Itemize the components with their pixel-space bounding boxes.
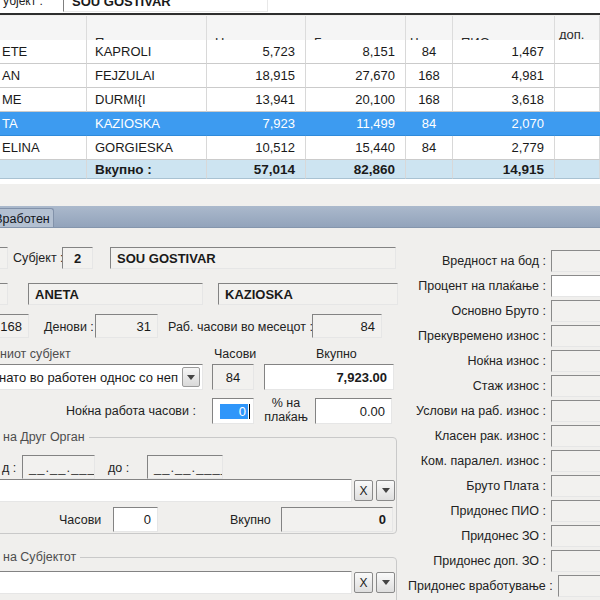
amount-row: Придонес ЗО : [408,525,600,547]
subject-name-field: SOU GOSTIVAR [110,247,396,269]
amount-field [551,450,600,472]
amount-field [551,375,600,397]
night-hours-input[interactable]: 0 [212,398,254,424]
hours-col-label: Часови [214,347,256,361]
subject-group-label: ниот субјект [0,347,71,361]
amount-row: Придонес доп. ЗО : [408,550,600,572]
total-pio: 14,915 [453,160,555,179]
date-from-input[interactable]: __.__.____ [22,455,95,479]
total-label: Вкупно : [87,160,207,179]
other-hours-label: Часови [59,513,101,527]
subject-header-value: SOU GOSTIVAR [63,0,268,12]
amount-field [551,250,600,272]
amounts-panel: Вредност на бод : Процент на плаќање : О… [408,250,600,597]
amount-field [551,475,600,497]
other-organ-title: на Друг Орган [0,430,89,444]
amount-field [551,425,600,447]
amount-row: Прекувремено износ : [408,325,600,347]
other-total-field: 0 [281,507,393,532]
amount-row: Основно Бруто : [408,300,600,322]
text-cursor [249,404,250,419]
total-col-label: Вкупно [316,347,357,361]
amount-row: Стаж износ : [408,375,600,397]
divider-line [0,13,600,15]
work-hours-field: 84 [212,364,254,390]
other-total-label: Вкупно [230,513,271,527]
last-name-field: KAZIOSKA [218,283,398,305]
employment-type-dropdown[interactable]: нато во работен однос со неп [0,364,203,390]
chevron-down-icon[interactable] [376,480,395,501]
amount-row: Процент на плаќање : [408,275,600,297]
night-pct-label: % наплаќањ [262,396,310,424]
amount-row: Услови на раб. износ : [408,400,600,422]
amount-field [551,525,600,547]
month-hours-label: Раб. часови во месецот : [168,320,313,334]
tab-employee[interactable]: Вработен [0,208,54,227]
total-neto: 57,014 [207,160,306,179]
amount-row: Класен рак. износ : [408,425,600,447]
first-name-field: ANETA [28,283,203,305]
subject-header-bar: убјект : SOU GOSTIVAR [0,0,600,13]
amount-row: Бруто Плата : [408,475,600,497]
chevron-down-icon[interactable] [376,572,395,593]
subject-header-label: убјект : [3,0,43,8]
other-organ-combobox[interactable] [0,479,352,502]
amount-field [551,300,600,322]
clear-button[interactable]: X [354,480,373,501]
selected-text: 0 [220,404,248,419]
amount-row: Вредност на бод : [408,250,600,272]
amount-field[interactable] [551,275,600,297]
amount-row: Ноќна износ : [408,350,600,372]
work-total-field: 7,923.00 [264,364,394,390]
hours-168-field: 168 [0,314,29,338]
app-window: убјект : SOU GOSTIVAR Презиме Нето Бруто… [0,0,600,600]
subject-number-field: 2 [62,247,93,269]
clipped-field-fragment [0,247,8,269]
tab-strip: Вработен [0,206,600,228]
subject-bottom-title: на Субјектот [0,550,80,564]
date-from-label: д : [2,461,16,475]
clipped-field-fragment [0,283,8,305]
amount-row: Придонес вработување : [408,575,600,597]
amount-field [551,400,600,422]
amount-field [551,350,600,372]
chevron-down-icon[interactable] [182,367,200,387]
subject-combobox[interactable] [0,571,352,594]
days-label: Денови : [44,320,94,334]
total-bruto: 82,860 [306,160,406,179]
amount-field [551,500,600,522]
night-hours-label: Ноќна работа часови : [66,404,196,418]
amount-row: Придонес ПИО : [408,500,600,522]
clear-button[interactable]: X [354,572,373,593]
subject-label: Субјект : [13,251,64,265]
month-hours-field: 84 [312,314,382,338]
amount-field [551,325,600,347]
date-to-label: до : [108,461,129,475]
amount-row: Ком. паралел. износ : [408,450,600,472]
employee-table: Презиме Нето Бруто Часов ПИО доп. ПИО ET… [0,16,600,184]
days-field: 31 [95,314,158,338]
amount-field [551,550,600,572]
date-to-input[interactable]: __.__.____ [147,455,223,479]
other-hours-input[interactable]: 0 [113,507,158,532]
amount-field [558,575,600,597]
night-pct-input[interactable]: 0.00 [315,398,392,424]
